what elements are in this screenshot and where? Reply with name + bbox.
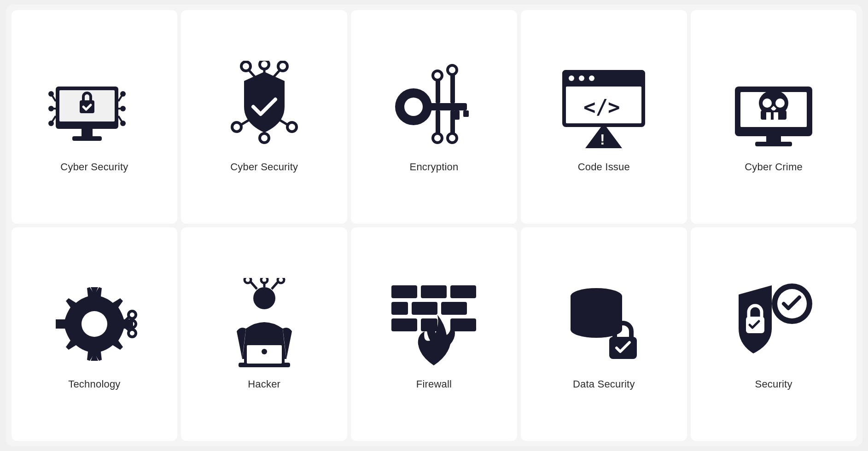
svg-point-47 (589, 75, 594, 81)
svg-point-45 (569, 75, 574, 81)
svg-rect-36 (450, 74, 455, 103)
svg-point-27 (287, 122, 297, 132)
svg-rect-34 (436, 79, 440, 103)
svg-point-17 (241, 62, 250, 71)
svg-point-30 (404, 98, 423, 116)
svg-line-78 (250, 282, 257, 289)
svg-point-73 (262, 349, 267, 354)
technology-icon (48, 278, 140, 370)
card-technology: Technology (12, 227, 178, 441)
svg-rect-33 (463, 110, 469, 117)
svg-point-19 (260, 61, 269, 69)
card-label: Cyber Crime (745, 161, 803, 173)
svg-line-28 (279, 120, 288, 125)
svg-rect-80 (391, 285, 417, 298)
svg-point-37 (448, 65, 457, 75)
card-firewall: Firewall (351, 227, 517, 441)
card-label: Firewall (416, 378, 452, 390)
svg-line-24 (240, 120, 250, 125)
svg-rect-53 (755, 142, 792, 146)
data-security-icon (558, 278, 650, 370)
svg-point-79 (245, 278, 251, 283)
card-label: Security (755, 378, 792, 390)
svg-rect-4 (80, 100, 94, 113)
svg-rect-82 (450, 285, 476, 298)
card-label: Cyber Security (230, 161, 298, 173)
card-label: Cyber Security (60, 161, 128, 173)
card-cyber-crime: Cyber Crime (691, 10, 857, 224)
cyber-security-shield-icon (218, 61, 310, 153)
svg-point-41 (448, 133, 457, 143)
svg-rect-83 (391, 302, 408, 315)
svg-rect-40 (450, 110, 455, 134)
code-issue-icon: </> ! (558, 61, 650, 153)
svg-rect-38 (436, 110, 440, 134)
card-label: Technology (68, 378, 120, 390)
svg-point-77 (278, 278, 284, 283)
svg-rect-86 (391, 318, 417, 331)
card-cyber-security-1: Cyber Security (12, 10, 178, 224)
card-encryption: Encryption (351, 10, 517, 224)
hacker-icon (218, 278, 310, 370)
encryption-icon (388, 61, 480, 153)
svg-point-69 (253, 287, 275, 309)
security-icon (728, 278, 820, 370)
firewall-icon (388, 278, 480, 370)
svg-point-58 (763, 98, 772, 108)
card-label: Code Issue (578, 161, 630, 173)
card-code-issue: </> ! Code Issue (521, 10, 687, 224)
svg-point-39 (433, 133, 442, 143)
svg-point-66 (128, 330, 136, 337)
svg-text:!: ! (600, 131, 605, 148)
svg-rect-85 (441, 302, 467, 315)
svg-line-76 (272, 282, 278, 289)
svg-rect-43 (562, 70, 645, 87)
svg-rect-3 (72, 136, 102, 141)
svg-point-25 (260, 133, 269, 143)
svg-point-23 (232, 122, 241, 132)
card-label: Encryption (410, 161, 459, 173)
svg-rect-57 (774, 112, 778, 120)
svg-point-21 (278, 62, 287, 71)
svg-rect-56 (766, 112, 771, 120)
card-security: Security (691, 227, 857, 441)
svg-rect-84 (412, 302, 437, 315)
card-cyber-security-2: Cyber Security (181, 10, 347, 224)
card-data-security: Data Security (521, 227, 687, 441)
svg-point-60 (82, 311, 107, 337)
svg-point-59 (775, 98, 785, 108)
card-hacker: Hacker (181, 227, 347, 441)
svg-text:</>: </> (583, 95, 620, 119)
icon-grid: Cyber Security (6, 5, 862, 446)
card-label: Data Security (573, 378, 635, 390)
card-label: Hacker (248, 378, 280, 390)
cyber-security-monitor-icon (48, 61, 140, 153)
svg-rect-81 (421, 285, 447, 298)
svg-point-35 (433, 71, 442, 80)
cyber-crime-icon (728, 61, 820, 153)
svg-point-75 (261, 278, 268, 283)
svg-point-63 (128, 311, 136, 318)
svg-rect-31 (428, 103, 467, 110)
svg-point-46 (579, 75, 584, 81)
